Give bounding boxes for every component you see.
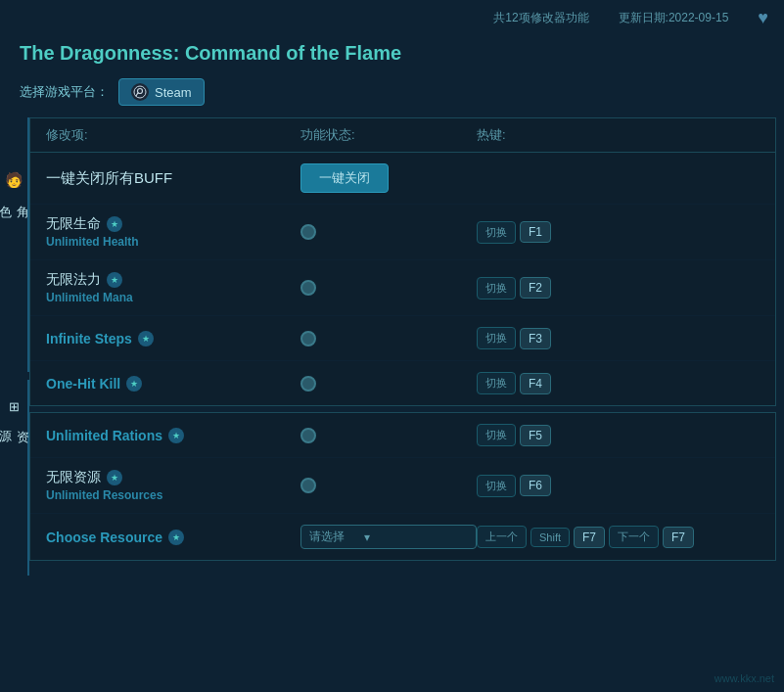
hotkey-group-choose-resource: 上一个 Shift F7 下一个 F7 — [477, 526, 760, 548]
sections-container: 修改项: 功能状态: 热键: 一键关闭所有BUFF 一键关闭 无限生命★ Unl… — [29, 117, 784, 692]
mod-name-infinite-steps: Infinite Steps★ — [46, 331, 300, 346]
table-header: 修改项: 功能状态: 热键: — [30, 118, 775, 153]
table-row: 无限资源★ Unlimited Resources 切换 F6 — [30, 458, 775, 514]
mod-name-unlimited-resources: 无限资源★ Unlimited Resources — [46, 469, 300, 502]
dropdown-chevron-icon: ▾ — [364, 531, 370, 544]
star-badge: ★ — [107, 216, 122, 232]
character-icon: 🧑 — [5, 171, 23, 189]
hotkey-group: 切换 F2 — [477, 277, 760, 300]
star-badge: ★ — [126, 376, 142, 392]
star-badge: ★ — [138, 331, 154, 346]
resource-icon: ⊞ — [9, 399, 20, 414]
hotkey-label-f2[interactable]: 切换 — [477, 277, 516, 300]
steam-button[interactable]: Steam — [118, 78, 205, 106]
character-label: 角色 — [0, 195, 31, 198]
star-badge: ★ — [168, 428, 184, 443]
hotkey-prev-label[interactable]: 上一个 — [477, 526, 527, 548]
hotkey-group: 切换 F5 — [477, 424, 760, 446]
platform-label: 选择游戏平台： — [20, 83, 109, 101]
hotkey-key-f2[interactable]: F2 — [520, 277, 551, 299]
mod-name-choose-resource: Choose Resource★ — [46, 530, 300, 545]
resource-sidebar: ⊞ 资源 — [0, 380, 29, 576]
hotkey-shift[interactable]: Shift — [530, 528, 570, 547]
hotkey-key-f6[interactable]: F6 — [520, 475, 551, 496]
header-mod: 修改项: — [46, 126, 300, 144]
table-row: 无限法力★ Unlimited Mana 切换 F2 — [30, 260, 775, 316]
table-row: One-Hit Kill★ 切换 F4 — [30, 361, 775, 405]
one-key-row: 一键关闭所有BUFF 一键关闭 — [30, 153, 775, 205]
top-bar: 共12项修改器功能 更新日期:2022-09-15 ♥ — [0, 0, 784, 36]
hotkey-next-label[interactable]: 下一个 — [609, 526, 659, 548]
hotkey-group: 切换 F3 — [477, 327, 760, 349]
one-key-button[interactable]: 一键关闭 — [300, 163, 389, 193]
platform-row: 选择游戏平台： Steam — [0, 74, 784, 117]
hotkey-group: 切换 F6 — [477, 475, 760, 497]
header-hotkey: 热键: — [477, 126, 760, 144]
hotkey-label-f5[interactable]: 切换 — [477, 424, 516, 446]
header-status: 功能状态: — [300, 126, 477, 144]
star-badge: ★ — [107, 470, 122, 485]
left-sidebar: 🧑 角色 ⊞ 资源 — [0, 117, 29, 692]
character-sidebar: 🧑 角色 — [0, 117, 29, 372]
game-title: The Dragonness: Command of the Flame — [0, 36, 784, 74]
table-row: 无限生命★ Unlimited Health 切换 F1 — [30, 205, 775, 260]
mod-name-unlimited-health: 无限生命★ Unlimited Health — [46, 215, 300, 249]
hotkey-key-f1[interactable]: F1 — [520, 221, 551, 243]
toggle-one-hit-kill[interactable] — [300, 376, 316, 392]
star-badge: ★ — [168, 530, 184, 545]
steam-logo-icon — [131, 83, 149, 101]
mod-name-one-hit-kill: One-Hit Kill★ — [46, 376, 300, 392]
toggle-unlimited-mana[interactable] — [300, 280, 316, 296]
choose-resource-dropdown[interactable]: 请选择 ▾ — [300, 525, 477, 549]
one-key-label: 一键关闭所有BUFF — [46, 169, 300, 188]
watermark: www.kkx.net — [715, 672, 774, 684]
mod-name-unlimited-mana: 无限法力★ Unlimited Mana — [46, 271, 300, 304]
hotkey-label-f1[interactable]: 切换 — [477, 221, 516, 244]
hotkey-group: 切换 F4 — [477, 372, 760, 394]
hotkey-f7-next[interactable]: F7 — [663, 527, 694, 548]
heart-icon[interactable]: ♥ — [758, 8, 768, 28]
update-date: 更新日期:2022-09-15 — [619, 10, 729, 26]
hotkey-group: 切换 F1 — [477, 221, 760, 244]
toggle-infinite-steps[interactable] — [300, 331, 316, 346]
resource-section: Unlimited Rations★ 切换 F5 无限资源★ Unlimited… — [29, 412, 776, 561]
toggle-unlimited-resources[interactable] — [300, 478, 316, 493]
hotkey-label-f3[interactable]: 切换 — [477, 327, 516, 349]
hotkey-f7[interactable]: F7 — [574, 527, 605, 548]
mod-name-unlimited-rations: Unlimited Rations★ — [46, 428, 300, 443]
hotkey-key-f5[interactable]: F5 — [520, 425, 551, 446]
table-row: Unlimited Rations★ 切换 F5 — [30, 413, 775, 458]
star-badge: ★ — [107, 272, 122, 288]
table-row: Choose Resource★ 请选择 ▾ 上一个 Shift F7 下一个 … — [30, 514, 775, 560]
resource-label: 资源 — [0, 420, 31, 423]
main-layout: 🧑 角色 ⊞ 资源 修改项: 功能状态: 热键: 一键关闭所有BUFF 一键关闭 — [0, 117, 784, 692]
total-features: 共12项修改器功能 — [493, 10, 588, 26]
table-row: Infinite Steps★ 切换 F3 — [30, 316, 775, 361]
hotkey-label-f4[interactable]: 切换 — [477, 372, 516, 394]
character-section: 修改项: 功能状态: 热键: 一键关闭所有BUFF 一键关闭 无限生命★ Unl… — [29, 117, 776, 406]
toggle-unlimited-health[interactable] — [300, 224, 316, 240]
hotkey-key-f3[interactable]: F3 — [520, 328, 551, 349]
steam-label: Steam — [155, 85, 192, 100]
toggle-unlimited-rations[interactable] — [300, 428, 316, 443]
hotkey-label-f6[interactable]: 切换 — [477, 475, 516, 497]
hotkey-key-f4[interactable]: F4 — [520, 373, 551, 394]
